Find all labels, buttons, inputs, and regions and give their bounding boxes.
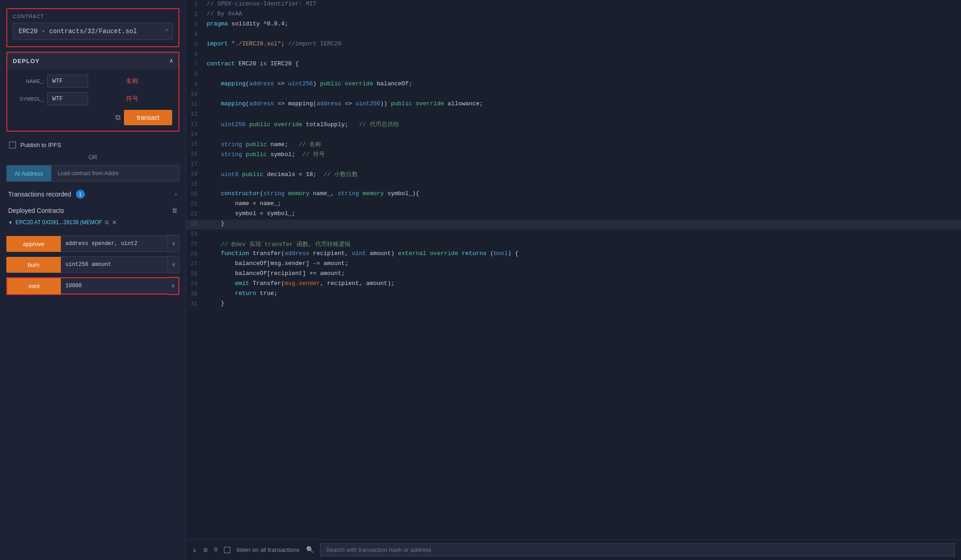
code-token: symbol = symbol_; bbox=[207, 210, 295, 217]
code-line: 16 string public symbol; // 符号 bbox=[186, 150, 961, 160]
load-contract-button[interactable]: Load contract from Addre bbox=[51, 165, 179, 182]
code-line: 31 } bbox=[186, 300, 961, 309]
line-number: 26 bbox=[186, 250, 207, 257]
left-panel: CONTRACT ERC20 - contracts/32/Faucet.sol… bbox=[0, 0, 186, 560]
function-row: mint∨ bbox=[6, 277, 179, 295]
code-line: 29 emit Transfer(msg.sender, recipient, … bbox=[186, 280, 961, 290]
code-line: 8 bbox=[186, 70, 961, 80]
code-token: returns bbox=[462, 250, 490, 257]
publish-label: Publish to IPFS bbox=[20, 142, 61, 148]
chevron-right-icon: › bbox=[174, 191, 178, 198]
code-token: ( bbox=[490, 250, 494, 257]
transact-button[interactable]: transact bbox=[124, 110, 172, 125]
trash-icon[interactable]: 🗑 bbox=[172, 207, 178, 214]
code-token: ( bbox=[260, 190, 263, 197]
code-token: solidity bbox=[232, 20, 260, 27]
line-content: } bbox=[207, 300, 961, 307]
function-row: approve∨ bbox=[6, 235, 179, 252]
line-content: constructor(string memory name_, string … bbox=[207, 190, 961, 197]
close-contract-icon[interactable]: ✕ bbox=[112, 219, 117, 226]
line-number: 29 bbox=[186, 280, 207, 287]
deployed-header: Deployed Contracts 🗑 bbox=[8, 207, 178, 214]
code-token: uint bbox=[352, 250, 370, 257]
or-divider: OR bbox=[0, 154, 186, 161]
line-number: 8 bbox=[186, 70, 207, 78]
name-label: NAME_: bbox=[13, 79, 45, 84]
copy-address-icon[interactable]: ⧉ bbox=[105, 219, 109, 226]
line-content bbox=[207, 90, 961, 97]
code-token: return bbox=[207, 290, 260, 297]
symbol-input[interactable] bbox=[47, 92, 88, 105]
search-input[interactable] bbox=[320, 543, 955, 556]
function-input-mint[interactable] bbox=[61, 277, 168, 295]
code-token: // 符号 bbox=[302, 151, 325, 158]
code-line: 11 mapping(address => mapping(address =>… bbox=[186, 100, 961, 110]
at-address-button[interactable]: At Address bbox=[6, 165, 51, 182]
code-token: ) { bbox=[508, 250, 518, 257]
code-token: balanceOf; bbox=[377, 80, 412, 87]
name-input[interactable] bbox=[47, 74, 88, 88]
chevron-up-icon: ∧ bbox=[169, 57, 173, 64]
code-token: true; bbox=[260, 290, 277, 297]
code-token: address bbox=[249, 80, 274, 87]
code-token: transfer bbox=[253, 250, 281, 257]
line-number: 24 bbox=[186, 230, 207, 237]
deploy-header[interactable]: DEPLOY ∧ bbox=[7, 53, 178, 69]
line-content: emit Transfer(msg.sender, recipient, amo… bbox=[207, 280, 961, 287]
bottom-bar: ⇓ ⊘ 0 listen on all transactions 🔍 bbox=[186, 539, 961, 560]
function-input-approve[interactable] bbox=[61, 236, 168, 252]
transactions-section[interactable]: Transactions recorded 1 › bbox=[0, 184, 186, 204]
code-line: 3pragma solidity ^0.8.4; bbox=[186, 20, 961, 30]
code-line: 27 balanceOf[msg.sender] -= amount; bbox=[186, 260, 961, 270]
double-chevron-icon[interactable]: ⇓ bbox=[193, 545, 197, 555]
transactions-title: Transactions recorded bbox=[8, 191, 71, 198]
copy-icon[interactable]: ⧉ bbox=[115, 113, 120, 122]
function-button-mint[interactable]: mint bbox=[6, 277, 61, 295]
line-number: 21 bbox=[186, 200, 207, 207]
function-button-approve[interactable]: approve bbox=[6, 236, 61, 252]
function-expand-icon[interactable]: ∨ bbox=[168, 277, 179, 295]
code-token: allowance; bbox=[448, 100, 483, 107]
code-token: public bbox=[246, 141, 271, 148]
code-token: name_, bbox=[313, 190, 338, 197]
code-line: 23 } bbox=[186, 220, 961, 230]
code-token: uint256 bbox=[288, 80, 313, 87]
code-token: contract bbox=[207, 60, 238, 67]
publish-checkbox[interactable] bbox=[9, 142, 16, 148]
line-number: 2 bbox=[186, 10, 207, 18]
function-expand-icon[interactable]: ∨ bbox=[168, 235, 179, 252]
code-token: recipient, bbox=[313, 250, 352, 257]
code-line: 14 bbox=[186, 130, 961, 140]
expand-chevron-icon[interactable]: ▼ bbox=[8, 220, 13, 225]
code-line: 17 bbox=[186, 160, 961, 170]
line-content: uint8 public decimals = 18; // 小数位数 bbox=[207, 170, 961, 178]
code-token: IERC20 { bbox=[270, 60, 298, 67]
listen-checkbox[interactable] bbox=[224, 547, 230, 553]
transactions-badge: 1 bbox=[76, 190, 85, 199]
contract-label: CONTRACT bbox=[13, 14, 173, 19]
code-line: 6 bbox=[186, 50, 961, 60]
code-line: 4 bbox=[186, 30, 961, 40]
code-line: 26 function transfer(address recipient, … bbox=[186, 250, 961, 260]
search-icon[interactable]: 🔍 bbox=[306, 546, 314, 554]
stop-icon[interactable]: ⊘ bbox=[203, 545, 208, 555]
function-button-burn[interactable]: burn bbox=[6, 257, 61, 273]
code-token: => mapping( bbox=[274, 100, 317, 107]
symbol-placeholder: 符号 bbox=[91, 95, 173, 103]
function-expand-icon[interactable]: ∨ bbox=[168, 256, 179, 273]
code-editor[interactable]: 1// SPDX-License-Identifier: MIT2// By 0… bbox=[186, 0, 961, 539]
code-token: address bbox=[317, 100, 342, 107]
code-line: 13 uint256 public override totalSupply; … bbox=[186, 120, 961, 130]
line-content: pragma solidity ^0.8.4; bbox=[207, 20, 961, 27]
function-input-burn[interactable] bbox=[61, 256, 168, 273]
contract-select[interactable]: ERC20 - contracts/32/Faucet.sol bbox=[13, 23, 173, 40]
line-content bbox=[207, 30, 961, 37]
code-token: memory bbox=[288, 190, 313, 197]
code-token: } bbox=[207, 220, 224, 227]
code-line: 9 mapping(address => uint256) public ove… bbox=[186, 80, 961, 90]
line-content bbox=[207, 160, 961, 167]
line-content: // @dev 实现`transfer`函数, 代币转账逻辑 bbox=[207, 240, 961, 248]
line-content bbox=[207, 50, 961, 57]
line-content bbox=[207, 230, 961, 237]
line-number: 7 bbox=[186, 60, 207, 68]
